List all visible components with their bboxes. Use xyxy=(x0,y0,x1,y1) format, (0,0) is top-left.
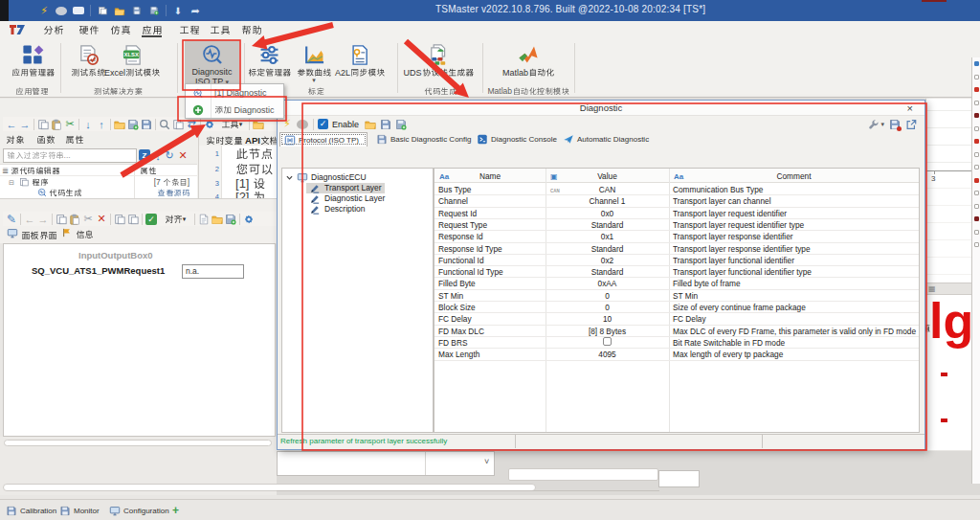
lightning-icon[interactable]: ⚡ xyxy=(38,5,50,17)
open-project-icon[interactable] xyxy=(253,119,264,130)
column-header-value[interactable]: ▣Value xyxy=(546,170,669,182)
combo-caret-icon[interactable]: ˅ xyxy=(484,457,489,466)
open-panel-icon[interactable] xyxy=(212,214,223,225)
group-icon[interactable] xyxy=(127,214,139,225)
dialog-close-button[interactable]: × xyxy=(907,102,913,115)
cell-name[interactable]: Bus Type xyxy=(438,184,544,195)
cell-name[interactable]: Functional Id xyxy=(438,255,544,266)
record-circle-icon[interactable] xyxy=(297,120,308,129)
ribbon-button-excel-test-module[interactable]: Excel xyxy=(101,41,163,78)
transfer-icon[interactable]: ⇄ xyxy=(186,118,197,130)
cell-comment[interactable]: Transport layer functional identifier ty… xyxy=(673,266,917,278)
dialog-tab-protocol-isotp[interactable]: Protocol (ISO TP) xyxy=(279,132,368,147)
cell-comment[interactable]: Transport layer request identifier type xyxy=(673,219,917,231)
save-as-icon[interactable] xyxy=(148,6,160,15)
cell-comment[interactable]: FC Delay xyxy=(673,313,917,325)
strip-item-11[interactable] xyxy=(974,204,979,209)
cell-value[interactable]: 10 xyxy=(546,313,669,325)
tools-menu[interactable]: ▾ xyxy=(217,118,246,130)
wrench-caret-icon[interactable]: ▾ xyxy=(880,121,884,128)
strip-item-4[interactable] xyxy=(974,113,979,118)
export-save-icon[interactable] xyxy=(889,119,901,130)
strip-item-14[interactable] xyxy=(974,242,979,247)
dialog-tab-basic-diagnostic-config[interactable]: Basic Diagnostic Config xyxy=(372,132,470,147)
left-tab-0[interactable] xyxy=(6,133,24,147)
cell-name[interactable]: FC Delay xyxy=(438,313,544,325)
workspace-tab-monitor[interactable]: Monitor xyxy=(59,503,100,518)
panel-tab-0[interactable] xyxy=(7,228,57,241)
lightning-icon[interactable]: ⚡ xyxy=(281,118,293,130)
align-menu[interactable]: ▾ xyxy=(159,213,191,225)
save-icon[interactable] xyxy=(380,119,391,130)
open-file-icon[interactable] xyxy=(114,6,125,16)
cell-value[interactable]: Standard xyxy=(546,243,669,255)
strip-item-6[interactable] xyxy=(974,139,979,144)
import-icon[interactable]: ⬇ xyxy=(172,5,184,17)
strip-item-2[interactable] xyxy=(974,87,979,92)
cell-comment[interactable]: Bit Rate Switchable in FD mode xyxy=(673,337,917,349)
new-panel-icon[interactable] xyxy=(198,214,210,225)
cell-value[interactable]: 0x1 xyxy=(546,231,669,242)
ribbon-button-a2l-sync-module[interactable]: A2L xyxy=(335,41,383,78)
cell-value[interactable]: 0x0 xyxy=(546,208,669,219)
cell-value[interactable]: 0 xyxy=(546,290,669,302)
cell-name[interactable]: Response Id Type xyxy=(438,243,544,255)
menu-tab-5[interactable] xyxy=(210,23,230,37)
select-icon[interactable] xyxy=(114,214,125,225)
cell-value[interactable]: Standard xyxy=(546,219,669,231)
cell-comment[interactable]: Communication Bus Type xyxy=(673,184,917,195)
open-folder-icon[interactable] xyxy=(114,119,125,130)
cell-comment[interactable]: Transport layer can channel xyxy=(673,195,917,207)
cell-name[interactable]: Channel xyxy=(438,195,544,207)
export-icon[interactable]: ➦ xyxy=(189,5,201,17)
paste-icon[interactable] xyxy=(69,214,80,225)
cell-value[interactable]: Channel 1 xyxy=(546,195,669,207)
left-tab-1[interactable] xyxy=(36,133,55,147)
tree-node-description[interactable]: Description xyxy=(306,204,368,215)
ribbon-button-matlab-automation[interactable]: Matlab xyxy=(490,41,567,78)
menu-tab-4[interactable] xyxy=(179,23,199,37)
cell-comment[interactable]: ST Min xyxy=(673,290,917,302)
redo-icon[interactable]: → xyxy=(37,213,49,225)
wrench-icon[interactable] xyxy=(868,119,880,129)
refresh-icon[interactable]: ↻ xyxy=(164,149,175,162)
cell-name[interactable]: Block Size xyxy=(438,302,544,313)
nav-forward-icon[interactable]: → xyxy=(19,118,31,130)
cell-value[interactable]: 4095 xyxy=(546,349,669,360)
copy-icon[interactable] xyxy=(37,119,49,130)
column-header-name[interactable]: AaName xyxy=(434,170,546,182)
cell-name[interactable]: ST Min xyxy=(438,290,544,302)
tree-node-diagnostic-layer[interactable]: Diagnostic Layer xyxy=(306,193,388,204)
strip-item-13[interactable] xyxy=(974,230,979,235)
cell-comment[interactable]: Max DLC of every FD Frame, this paramete… xyxy=(673,326,917,337)
menu-tab-3[interactable] xyxy=(142,23,162,37)
record-circle-icon[interactable] xyxy=(56,7,67,15)
menu-item-diagnostic-1[interactable]: [1] Diagnostic xyxy=(186,84,283,102)
paste-icon[interactable] xyxy=(51,119,62,130)
enable-checkbox[interactable]: ✓ xyxy=(318,119,328,129)
menu-tab-1[interactable] xyxy=(78,23,99,37)
strip-item-10[interactable] xyxy=(974,191,979,195)
search-icon[interactable] xyxy=(159,119,170,130)
ribbon-button-uds-stack-generator[interactable]: UDS xyxy=(394,41,482,78)
ribbon-button-parameter-curve[interactable]: ▾ xyxy=(293,41,335,83)
cell-name[interactable]: Response Id xyxy=(438,231,544,242)
cut-icon[interactable]: ✂ xyxy=(64,118,76,130)
cell-value-checkbox[interactable] xyxy=(546,337,669,349)
external-link-icon[interactable] xyxy=(905,119,917,130)
dialog-titlebar[interactable]: Diagnostic× xyxy=(278,101,924,116)
dialog-tab-diagnostic-console[interactable]: Diagnostic Console xyxy=(473,132,557,147)
dialog-tab-automatic-diagnostic[interactable]: Automatic Diagnostic xyxy=(559,132,651,147)
delete-icon[interactable]: ✕ xyxy=(96,213,107,225)
panel-tab-1[interactable] xyxy=(61,228,94,241)
cell-value[interactable]: 0 xyxy=(546,302,669,313)
cut-icon[interactable]: ✂ xyxy=(82,213,94,225)
cell-name[interactable]: Functional Id Type xyxy=(438,266,544,278)
code-editor[interactable]: 123[1] 4[2] xyxy=(199,146,277,198)
cell-value[interactable]: Standard xyxy=(546,266,669,278)
chat-bubble-icon[interactable] xyxy=(73,7,84,14)
tree-root-diagnosticecu[interactable]: DiagnosticECU xyxy=(286,172,367,183)
ribbon-button-calibration-manager[interactable] xyxy=(245,41,293,78)
expand-all-icon[interactable]: ↓ xyxy=(152,149,164,162)
cell-name[interactable]: Max Length xyxy=(438,349,544,360)
